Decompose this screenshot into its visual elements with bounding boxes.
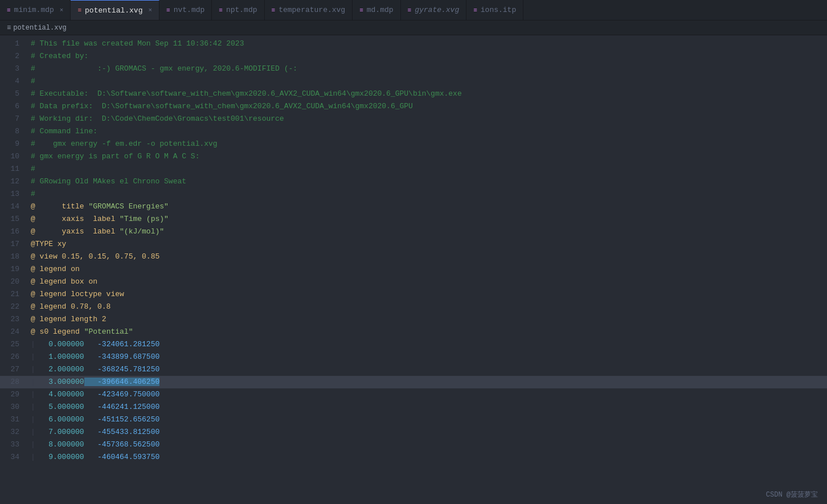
line-content-25: | 0.000000 -324061.281250 [26, 338, 827, 351]
line-content-12: # GRowing Old MAkes el Chrono Sweat [26, 175, 827, 188]
line-number-5: 5 [0, 88, 26, 100]
tab-md[interactable]: ≡md.mdp [353, 0, 400, 21]
line-content-26: | 1.000000 -343899.687500 [26, 351, 827, 363]
line-number-14: 14 [0, 200, 26, 213]
line-30-part-2: -446241.125000 [84, 403, 160, 411]
tab-icon-md: ≡ [359, 7, 363, 14]
line-17-part-0: @TYPE xy [31, 240, 66, 248]
line-content-20: @ legend box on [26, 276, 827, 288]
line-number-13: 13 [0, 188, 26, 200]
line-28: 28| 3.000000 -396646.406250 [0, 376, 827, 388]
line-26-part-2: -343899.687500 [84, 353, 160, 361]
line-13-part-0: # [31, 190, 35, 198]
line-content-32: | 7.000000 -455433.812500 [26, 426, 827, 439]
line-number-16: 16 [0, 226, 26, 238]
line-content-29: | 4.000000 -423469.750000 [26, 388, 827, 401]
line-content-8: # Command line: [26, 125, 827, 138]
line-32-part-1: 7.000000 [35, 428, 84, 436]
line-content-17: @TYPE xy [26, 238, 827, 251]
breadcrumb: ≡ potential.xvg [0, 21, 827, 35]
line-content-28: | 3.000000 -396646.406250 [26, 376, 827, 388]
line-content-7: # Working dir: D:\Code\ChemCode\Gromacs\… [26, 113, 827, 125]
tab-gyrate[interactable]: ≡gyrate.xvg [401, 0, 467, 21]
line-3: 3# :-) GROMACS - gmx energy, 2020.6-MODI… [0, 63, 827, 75]
line-19: 19@ legend on [0, 263, 827, 276]
line-27-part-2: -368245.781250 [84, 365, 160, 374]
tab-nvt[interactable]: ≡nvt.mdp [159, 0, 212, 21]
line-8-part-0: # Command line: [31, 127, 97, 136]
line-content-4: # [26, 75, 827, 88]
line-1-part-0: # This file was created Mon Sep 11 10:36… [31, 39, 244, 48]
line-number-29: 29 [0, 388, 26, 401]
line-25-part-2: -324061.281250 [84, 340, 160, 349]
line-number-24: 24 [0, 326, 26, 338]
tab-icon-npt: ≡ [219, 7, 223, 14]
line-11-part-0: # [31, 165, 35, 173]
line-number-30: 30 [0, 401, 26, 413]
line-28-part-1: 3.000000 [35, 378, 84, 386]
line-32-part-2: -455433.812500 [84, 428, 160, 436]
line-9: 9# gmx energy -f em.edr -o potential.xvg [0, 138, 827, 150]
tab-npt[interactable]: ≡npt.mdp [212, 0, 264, 21]
line-number-1: 1 [0, 38, 26, 50]
line-12: 12# GRowing Old MAkes el Chrono Sweat [0, 175, 827, 188]
line-22-part-0: @ legend 0.78, 0.8 [31, 302, 110, 311]
line-22: 22@ legend 0.78, 0.8 [0, 301, 827, 313]
line-number-6: 6 [0, 100, 26, 113]
line-12-part-0: # GRowing Old MAkes el Chrono Sweat [31, 177, 186, 186]
tab-temperature[interactable]: ≡temperature.xvg [265, 0, 353, 21]
line-content-15: @ xaxis label "Time (ps)" [26, 213, 827, 226]
watermark: CSDN @菠菠萝宝 [766, 490, 818, 499]
line-number-26: 26 [0, 351, 26, 363]
line-content-27: | 2.000000 -368245.781250 [26, 363, 827, 376]
line-number-34: 34 [0, 451, 26, 464]
line-34-part-2: -460464.593750 [84, 453, 160, 461]
line-34-part-1: 9.000000 [35, 453, 84, 461]
tab-icon-minim: ≡ [7, 7, 11, 14]
line-content-14: @ title "GROMACS Energies" [26, 200, 827, 213]
line-18: 18@ view 0.15, 0.15, 0.75, 0.85 [0, 251, 827, 263]
tab-icon-temperature: ≡ [272, 7, 276, 14]
line-26-part-0: | [31, 353, 35, 361]
line-content-21: @ legend loctype view [26, 288, 827, 301]
line-5: 5# Executable: D:\Software\software_with… [0, 88, 827, 100]
tab-ions[interactable]: ≡ions.itp [466, 0, 523, 21]
line-4: 4# [0, 75, 827, 88]
line-3-part-0: # :-) GROMACS - gmx energy, 2020.6-MODIF… [31, 64, 297, 73]
line-10-part-0: # gmx energy is part of G R O M A C S: [31, 152, 199, 161]
line-19-part-0: @ legend on [31, 265, 80, 273]
line-number-28: 28 [0, 376, 26, 388]
line-number-33: 33 [0, 439, 26, 451]
tab-potential[interactable]: ≡potential.xvg× [71, 0, 159, 21]
line-content-23: @ legend length 2 [26, 313, 827, 326]
line-33-part-0: | [31, 440, 35, 449]
line-25-part-1: 0.000000 [35, 340, 84, 349]
line-content-24: @ s0 legend "Potential" [26, 326, 827, 338]
line-23: 23@ legend length 2 [0, 313, 827, 326]
line-16: 16@ yaxis label "(kJ/mol)" [0, 226, 827, 238]
tab-minim[interactable]: ≡minim.mdp× [0, 0, 71, 21]
line-number-32: 32 [0, 426, 26, 439]
line-25: 25| 0.000000 -324061.281250 [0, 338, 827, 351]
tab-icon-nvt: ≡ [166, 7, 170, 14]
breadcrumb-filename: potential.xvg [13, 24, 67, 32]
line-number-23: 23 [0, 313, 26, 326]
line-number-15: 15 [0, 213, 26, 226]
tab-icon-potential: ≡ [77, 7, 81, 14]
line-30-part-1: 5.000000 [35, 403, 84, 411]
line-33: 33| 8.000000 -457368.562500 [0, 439, 827, 451]
tab-label-gyrate: gyrate.xvg [415, 6, 459, 14]
line-4-part-0: # [31, 77, 35, 85]
line-15-part-0: @ xaxis label [31, 215, 120, 223]
tab-close-minim[interactable]: × [60, 7, 64, 14]
editor[interactable]: 1# This file was created Mon Sep 11 10:3… [0, 35, 827, 504]
line-31-part-0: | [31, 415, 35, 424]
line-29: 29| 4.000000 -423469.750000 [0, 388, 827, 401]
line-34: 34| 9.000000 -460464.593750 [0, 451, 827, 464]
tab-icon-gyrate: ≡ [408, 7, 412, 14]
line-content-13: # [26, 188, 827, 200]
tab-close-potential[interactable]: × [148, 7, 152, 14]
line-8: 8# Command line: [0, 125, 827, 138]
line-29-part-2: -423469.750000 [84, 390, 160, 399]
line-26: 26| 1.000000 -343899.687500 [0, 351, 827, 363]
